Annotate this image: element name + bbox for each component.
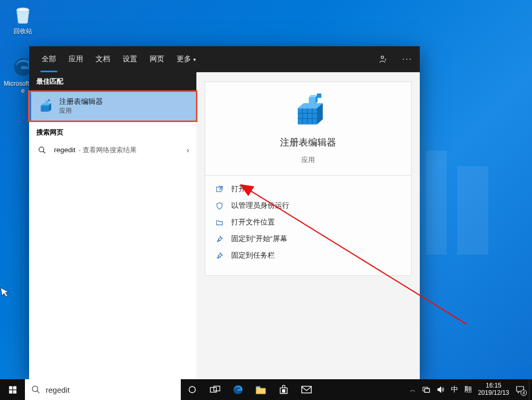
svg-rect-33 <box>13 390 16 393</box>
pin-icon <box>215 252 224 260</box>
best-match-subtitle: 应用 <box>59 106 103 115</box>
tab-docs[interactable]: 文档 <box>89 46 116 72</box>
svg-line-35 <box>37 391 39 393</box>
shield-icon <box>215 202 224 210</box>
svg-rect-40 <box>256 386 260 388</box>
action-pin-start[interactable]: 固定到"开始"屏幕 <box>215 231 402 247</box>
search-icon <box>31 385 41 394</box>
svg-rect-44 <box>284 391 285 392</box>
taskbar-app-explorer[interactable] <box>249 379 272 400</box>
preview-title: 注册表编辑器 <box>280 136 336 149</box>
cortana-button[interactable] <box>181 379 204 400</box>
tab-web[interactable]: 网页 <box>143 46 170 72</box>
more-options-icon[interactable]: ··· <box>395 46 420 72</box>
taskbar-search-input[interactable] <box>46 385 175 394</box>
best-match-item[interactable]: 注册表编辑器 应用 <box>29 91 196 121</box>
chevron-right-icon: › <box>187 146 189 154</box>
taskbar-app-edge[interactable] <box>227 379 249 400</box>
pin-icon <box>215 235 224 243</box>
svg-rect-26 <box>317 94 322 98</box>
network-icon[interactable] <box>422 386 430 393</box>
tab-more[interactable]: 更多▾ <box>170 46 202 72</box>
svg-rect-31 <box>13 386 16 389</box>
notification-badge: 4 <box>521 390 527 396</box>
svg-point-13 <box>39 147 44 152</box>
clock-date: 2019/12/13 <box>478 390 509 397</box>
taskbar-app-mail[interactable] <box>295 379 318 400</box>
svg-rect-37 <box>210 388 217 392</box>
svg-rect-32 <box>9 390 12 393</box>
svg-rect-38 <box>214 386 220 391</box>
svg-point-0 <box>17 8 29 12</box>
svg-rect-45 <box>302 386 311 393</box>
show-desktop-button[interactable] <box>529 379 532 400</box>
svg-rect-43 <box>283 391 284 392</box>
ime-mode[interactable]: 翢 <box>464 385 472 394</box>
taskbar-app-store[interactable] <box>272 379 295 400</box>
action-open[interactable]: 打开 <box>215 181 402 197</box>
svg-rect-42 <box>284 390 285 391</box>
regedit-icon-large <box>290 94 326 129</box>
clock-time: 16:15 <box>486 382 501 390</box>
svg-rect-47 <box>424 389 429 392</box>
open-icon <box>215 185 224 193</box>
ime-language[interactable]: 中 <box>451 385 458 394</box>
chevron-down-icon: ▾ <box>193 57 196 62</box>
mouse-cursor-icon <box>0 285 11 298</box>
web-search-suffix: - 查看网络搜索结果 <box>78 145 137 155</box>
annotation-highlight-box <box>28 90 197 122</box>
svg-point-34 <box>32 386 38 392</box>
svg-rect-12 <box>48 99 50 101</box>
start-button[interactable] <box>0 379 25 400</box>
svg-rect-11 <box>45 100 48 103</box>
svg-point-2 <box>381 56 384 59</box>
tab-apps[interactable]: 应用 <box>62 46 89 72</box>
recycle-bin-icon <box>12 3 34 25</box>
feedback-icon[interactable] <box>370 46 395 72</box>
search-panel-header: 全部 应用 文档 设置 网页 更多▾ ··· <box>29 46 420 72</box>
action-run-as-admin[interactable]: 以管理员身份运行 <box>215 197 402 214</box>
svg-rect-27 <box>216 187 221 192</box>
tab-all[interactable]: 全部 <box>35 46 62 72</box>
tray-overflow-icon[interactable]: ︿ <box>410 386 416 394</box>
svg-rect-23 <box>309 97 315 104</box>
svg-point-36 <box>189 386 195 393</box>
best-match-title: 注册表编辑器 <box>59 97 103 106</box>
action-open-location[interactable]: 打开文件位置 <box>215 214 402 231</box>
svg-line-14 <box>43 151 45 153</box>
web-search-item[interactable]: regedit - 查看网络搜索结果 › <box>29 141 196 159</box>
search-web-label: 搜索网页 <box>29 121 196 141</box>
regedit-icon <box>36 98 53 115</box>
best-match-label: 最佳匹配 <box>29 72 196 91</box>
taskbar: ︿ 中 翢 16:15 2019/12/13 4 <box>0 379 532 400</box>
action-center-icon[interactable]: 4 <box>515 385 525 394</box>
taskbar-clock[interactable]: 16:15 2019/12/13 <box>478 382 509 397</box>
action-pin-taskbar[interactable]: 固定到任务栏 <box>215 247 402 264</box>
search-preview-pane: 注册表编辑器 应用 打开 以管理员身份运行 打开文件位置 固定 <box>196 72 420 379</box>
system-tray: ︿ 中 翢 16:15 2019/12/13 4 <box>406 379 529 400</box>
search-icon <box>36 146 48 154</box>
preview-subtitle: 应用 <box>301 156 315 165</box>
folder-icon <box>215 219 224 226</box>
svg-rect-41 <box>283 390 284 391</box>
desktop-icon-label: 回收站 <box>14 27 32 36</box>
task-view-button[interactable] <box>204 379 227 400</box>
svg-rect-30 <box>9 386 12 389</box>
preview-card: 注册表编辑器 应用 <box>205 82 411 176</box>
search-panel: 全部 应用 文档 设置 网页 更多▾ ··· 最佳匹配 <box>29 46 420 379</box>
taskbar-search-box[interactable] <box>25 379 181 400</box>
desktop-icon-recycle-bin[interactable]: 回收站 <box>3 3 43 36</box>
search-results-left: 最佳匹配 <box>29 72 196 379</box>
web-search-term: regedit <box>54 146 75 154</box>
volume-icon[interactable] <box>436 385 445 394</box>
tab-settings[interactable]: 设置 <box>116 46 143 72</box>
